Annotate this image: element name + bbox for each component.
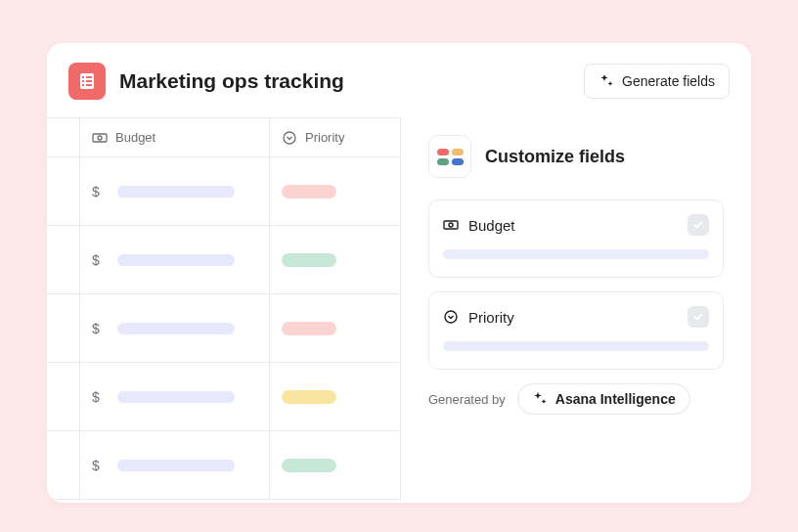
row-spacer <box>47 363 80 431</box>
column-header-budget-label: Budget <box>115 130 155 145</box>
svg-point-8 <box>98 136 102 140</box>
budget-cell[interactable]: $ <box>80 157 270 226</box>
priority-pill <box>282 390 336 404</box>
page-title: Marketing ops tracking <box>119 69 584 93</box>
field-title: Budget <box>468 217 678 234</box>
priority-cell[interactable] <box>270 363 401 431</box>
generated-by-label: Generated by <box>428 392 506 407</box>
svg-point-12 <box>445 311 457 323</box>
row-spacer <box>47 431 80 500</box>
generate-fields-button[interactable]: Generate fields <box>584 64 730 99</box>
budget-cell[interactable]: $ <box>80 363 270 431</box>
money-icon <box>92 130 108 146</box>
money-icon <box>443 217 459 233</box>
priority-pill <box>282 459 336 472</box>
sparkle-icon <box>532 391 548 407</box>
svg-rect-5 <box>86 80 92 82</box>
svg-rect-7 <box>93 134 107 142</box>
customize-header: Customize fields <box>428 135 724 178</box>
budget-placeholder-bar <box>117 391 235 403</box>
project-icon <box>68 63 106 100</box>
svg-point-11 <box>449 223 453 227</box>
priority-pill <box>282 253 336 267</box>
budget-placeholder-bar <box>117 323 235 334</box>
priority-cell[interactable] <box>270 294 401 363</box>
table: Budget Priority $ <box>47 117 401 503</box>
sparkle-icon <box>598 73 614 89</box>
row-spacer <box>47 294 80 363</box>
table-row[interactable]: $ <box>47 226 401 294</box>
budget-placeholder-bar <box>117 460 235 471</box>
currency-symbol: $ <box>92 458 100 473</box>
body: Budget Priority $ <box>47 117 751 503</box>
field-card-budget[interactable]: Budget <box>428 200 724 278</box>
budget-placeholder-bar <box>117 254 235 266</box>
priority-pill <box>282 322 336 335</box>
table-row[interactable]: $ <box>47 294 401 363</box>
currency-symbol: $ <box>92 389 100 405</box>
asana-intelligence-badge[interactable]: Asana Intelligence <box>517 383 690 415</box>
currency-symbol: $ <box>92 252 100 268</box>
budget-cell[interactable]: $ <box>80 431 270 500</box>
field-placeholder-bar <box>443 341 709 351</box>
check-icon <box>692 311 704 323</box>
budget-cell[interactable]: $ <box>80 294 270 363</box>
field-title: Priority <box>468 309 678 326</box>
header: Marketing ops tracking Generate fields <box>47 43 751 117</box>
chevron-circle-icon <box>443 309 459 325</box>
field-placeholder-bar <box>443 249 709 259</box>
field-checkbox[interactable] <box>687 306 709 328</box>
column-header-priority[interactable]: Priority <box>270 118 401 157</box>
priority-cell[interactable] <box>270 431 401 500</box>
generate-fields-label: Generate fields <box>622 73 715 89</box>
budget-cell[interactable]: $ <box>80 226 270 294</box>
table-row[interactable]: $ <box>47 431 401 500</box>
fields-icon <box>428 135 471 178</box>
field-checkbox[interactable] <box>687 214 709 236</box>
svg-rect-10 <box>444 221 458 229</box>
table-row[interactable]: $ <box>47 157 401 226</box>
row-spacer <box>47 157 80 226</box>
priority-cell[interactable] <box>270 157 401 226</box>
table-header-row: Budget Priority <box>47 118 401 157</box>
check-icon <box>692 219 704 231</box>
currency-symbol: $ <box>92 184 100 200</box>
svg-rect-3 <box>82 84 84 86</box>
priority-pill <box>282 185 336 199</box>
generated-by-row: Generated by Asana Intelligence <box>428 383 724 415</box>
column-header-budget[interactable]: Budget <box>80 118 270 157</box>
column-header-priority-label: Priority <box>305 130 344 145</box>
svg-point-9 <box>284 132 295 144</box>
svg-rect-6 <box>86 84 92 86</box>
customize-panel: Customize fields Budget <box>401 117 751 503</box>
priority-cell[interactable] <box>270 226 401 294</box>
chevron-circle-icon <box>282 130 297 146</box>
table-header-spacer <box>47 118 80 157</box>
app-card: Marketing ops tracking Generate fields B… <box>47 43 751 503</box>
customize-title: Customize fields <box>485 147 625 167</box>
row-spacer <box>47 226 80 294</box>
field-card-priority[interactable]: Priority <box>428 291 724 370</box>
svg-rect-1 <box>82 76 84 78</box>
asana-intelligence-label: Asana Intelligence <box>555 391 676 407</box>
table-row[interactable]: $ <box>47 363 401 431</box>
currency-symbol: $ <box>92 321 100 336</box>
svg-rect-2 <box>82 80 84 82</box>
svg-rect-4 <box>86 76 92 78</box>
budget-placeholder-bar <box>117 186 235 198</box>
